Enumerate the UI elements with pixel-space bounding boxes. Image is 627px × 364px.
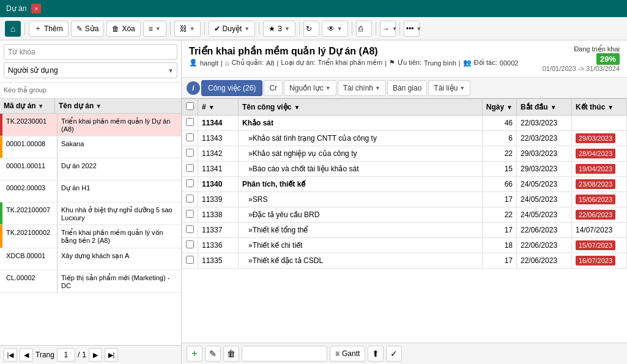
table-row[interactable]: 11343 »Khảo sát tình trạng CNTT của công…	[182, 131, 627, 146]
table-row[interactable]: 11344 Khảo sát 46 22/03/2023	[182, 116, 627, 131]
table-row[interactable]: 11338 »Đặc tả yêu cầu BRD 22 24/05/2023 …	[182, 207, 627, 223]
row-ngay: 17	[482, 192, 516, 207]
project-row[interactable]: 00001.00008 Sakana	[0, 136, 181, 158]
num-filter-icon[interactable]: ▼	[209, 104, 215, 111]
project-name: Khu nhà ở biệt thự nghỉ dưỡng 5 sao Lucx…	[58, 202, 181, 225]
row-checkbox[interactable]	[186, 179, 194, 187]
menu-button[interactable]: ≡ ▼	[143, 21, 166, 37]
ngay-filter-icon[interactable]: ▼	[506, 104, 513, 111]
batdau-filter-icon[interactable]: ▼	[551, 104, 557, 111]
row-checkbox[interactable]	[186, 210, 194, 218]
task-delete-button[interactable]: 🗑	[223, 346, 239, 362]
star-button[interactable]: ★ 3 ▼	[263, 21, 295, 37]
meta-chiquan: A8	[266, 59, 274, 67]
page-input[interactable]	[57, 348, 75, 362]
edit-button[interactable]: ✎ Sửa	[71, 21, 105, 37]
row-checkbox[interactable]	[186, 164, 194, 172]
tab-tai-chinh[interactable]: Tài chính ▼	[338, 80, 386, 96]
row-ket-thuc: 15/06/2023	[572, 192, 627, 207]
row-checkbox[interactable]	[186, 195, 194, 202]
more-button[interactable]: ••• ▼	[404, 21, 420, 37]
project-row[interactable]: TK.20230001 Triển khai phần mềm quản lý …	[0, 114, 181, 136]
row-checkbox[interactable]	[186, 133, 194, 141]
title-bar: Dự án ×	[0, 0, 627, 17]
status-label: Đang triển khai	[543, 45, 620, 53]
task-add-button[interactable]: +	[187, 346, 202, 362]
tab-nguon-luc[interactable]: Nguồn lực ▼	[284, 80, 336, 96]
code-filter-icon[interactable]: ▼	[38, 103, 44, 110]
row-check[interactable]	[182, 253, 198, 269]
table-row[interactable]: 11335 »Thiết kế đặc tả CSDL 17 22/06/202…	[182, 253, 627, 269]
task-search-input[interactable]	[242, 346, 327, 362]
project-code: 00001.00011	[2, 158, 58, 180]
row-check[interactable]	[182, 146, 198, 162]
project-row[interactable]: TK.202100002 Triển khai phần mềm quản lý…	[0, 225, 181, 248]
link-button[interactable]: ⛓ ▼	[174, 21, 201, 37]
row-bat-dau: 22/03/2023	[517, 116, 572, 131]
row-check[interactable]	[182, 192, 198, 207]
ket-thuc-badge: 23/08/2023	[576, 179, 615, 189]
project-row[interactable]: CL.00002 Tiếp thị sản phẩm mới (Marketin…	[0, 270, 181, 293]
tab-cr[interactable]: Cr	[264, 80, 283, 96]
row-checkbox[interactable]	[186, 118, 194, 126]
project-row[interactable]: XDCB.00001 Xây dựng khách sạn A	[0, 248, 181, 270]
page-prev-button[interactable]: ◀	[20, 348, 33, 362]
separator-6	[352, 23, 352, 35]
tab-info-button[interactable]: i	[187, 81, 200, 95]
gantt-button[interactable]: ≡ Gantt	[330, 346, 365, 362]
name-filter-icon[interactable]: ▼	[95, 103, 102, 110]
row-check[interactable]	[182, 116, 198, 131]
task-edit-button[interactable]: ✎	[205, 346, 221, 362]
tab-tai-lieu[interactable]: Tài liệu ▼	[428, 80, 470, 96]
home-button[interactable]: ⌂	[5, 21, 21, 37]
page-next-button[interactable]: ▶	[89, 348, 102, 362]
project-name: Tiếp thị sản phẩm mới (Marketing) - DC	[58, 270, 181, 292]
table-row[interactable]: 11336 »Thiết kế chi tiết 18 22/06/2023 1…	[182, 238, 627, 253]
project-row[interactable]: TK.202100007 Khu nhà ở biệt thự nghỉ dưỡ…	[0, 202, 181, 225]
col-header-code: Mã dự án ▼	[0, 98, 55, 113]
table-row[interactable]: 11342 »Khảo sát nghiệp vụ của công ty 22…	[182, 146, 627, 162]
row-check[interactable]	[182, 177, 198, 192]
row-check[interactable]	[182, 131, 198, 146]
table-row[interactable]: 11339 »SRS 17 24/05/2023 15/06/2023	[182, 192, 627, 207]
share-button[interactable]: → ▼	[380, 21, 396, 37]
upload-button[interactable]: ⬆	[368, 346, 384, 362]
project-header: Triển khai phần mềm quản lý Dự án (A8) 👤…	[182, 40, 627, 78]
project-row[interactable]: 00001.00011 Dự án 2022	[0, 158, 181, 180]
check-button[interactable]: ✓	[386, 346, 402, 362]
table-row[interactable]: 11341 »Báo cáo và chốt tài liệu khảo sát…	[182, 162, 627, 177]
check-icon: ✓	[390, 349, 398, 358]
print-button[interactable]: ⎙	[356, 21, 372, 37]
row-check[interactable]	[182, 223, 198, 238]
row-checkbox[interactable]	[186, 256, 194, 264]
ten-filter-icon[interactable]: ▼	[294, 104, 300, 111]
view-button[interactable]: 👁 ▼	[322, 21, 348, 37]
row-checkbox[interactable]	[186, 225, 194, 233]
search-input[interactable]	[4, 44, 177, 60]
add-icon: ＋	[34, 23, 42, 34]
tab-ban-giao[interactable]: Bàn giao	[387, 80, 427, 96]
ket-thuc-value: 14/07/2023	[576, 226, 612, 234]
row-check[interactable]	[182, 238, 198, 253]
page-last-button[interactable]: ▶|	[105, 348, 118, 362]
table-row[interactable]: 11337 »Thiết kế tổng thể 17 22/06/2023 1…	[182, 223, 627, 238]
row-bat-dau: 24/05/2023	[517, 207, 572, 223]
tab-cong-viec[interactable]: Công việc (26)	[201, 80, 262, 96]
row-check[interactable]	[182, 207, 198, 223]
project-row[interactable]: 00002.00003 Dự án H1	[0, 180, 181, 202]
user-icon: 👤	[189, 59, 198, 67]
row-check[interactable]	[182, 162, 198, 177]
close-button[interactable]: ×	[31, 4, 41, 13]
user-select[interactable]: Người sử dụng	[4, 62, 177, 78]
page-first-button[interactable]: |◀	[4, 348, 17, 362]
select-all-checkbox[interactable]	[186, 102, 194, 110]
ketthuc-filter-icon[interactable]: ▼	[607, 104, 614, 111]
approve-button[interactable]: ✔ Duyệt ▼	[209, 21, 256, 37]
table-row[interactable]: 11340 Phân tích, thiết kế 66 24/05/2023 …	[182, 177, 627, 192]
row-checkbox[interactable]	[186, 149, 194, 157]
refresh-button[interactable]: ↻	[303, 21, 319, 37]
add-button[interactable]: ＋ Thêm	[29, 21, 69, 37]
project-name: Dự án 2022	[58, 158, 181, 180]
row-checkbox[interactable]	[186, 240, 194, 248]
delete-button[interactable]: 🗑 Xóa	[106, 21, 140, 37]
